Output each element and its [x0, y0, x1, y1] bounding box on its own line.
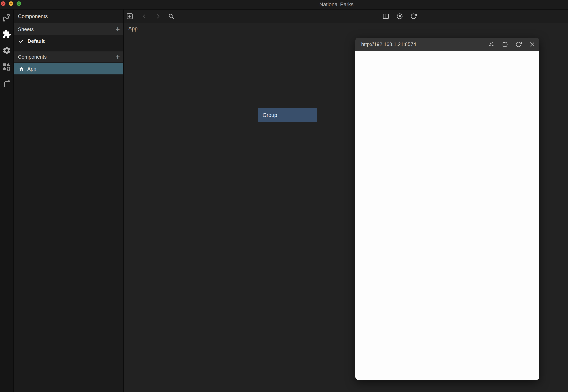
back-button[interactable] [142, 14, 147, 20]
refresh-icon [410, 13, 417, 19]
stop-circle-icon [397, 13, 403, 19]
preview-close-button[interactable] [529, 41, 536, 48]
search-button[interactable] [168, 13, 174, 20]
sheet-item-default[interactable]: Default [14, 35, 123, 47]
group-component-label: Group [263, 112, 277, 118]
component-item-app[interactable]: App [14, 63, 123, 74]
components-sidebar: Components Sheets + Default Components +… [14, 10, 124, 392]
minimize-icon [10, 2, 12, 5]
maximize-icon [17, 2, 20, 5]
window-controls [1, 1, 21, 6]
route-icon [2, 14, 11, 22]
open-devtools-button[interactable] [501, 41, 508, 48]
canvas-toolbar [124, 10, 568, 23]
add-component-button[interactable]: + [112, 51, 123, 62]
refresh-icon [515, 41, 522, 48]
sidebar-panel-title: Components [14, 10, 123, 23]
close-icon [529, 42, 535, 47]
git-branch-icon [2, 79, 11, 87]
puzzle-components-icon [2, 30, 11, 39]
add-element-button[interactable] [127, 13, 133, 20]
home-icon [19, 66, 24, 72]
split-view-button[interactable] [383, 13, 389, 20]
rail-item-versions[interactable] [0, 75, 13, 91]
window-title: National Parks [319, 0, 354, 9]
group-component[interactable]: Group [258, 108, 317, 122]
sheets-section-label: Sheets [14, 26, 112, 32]
design-canvas: App Group http://192.168.1.21:8574 [124, 10, 568, 392]
rail-item-flows[interactable] [0, 10, 13, 26]
close-icon [2, 2, 4, 5]
chevron-left-icon [142, 14, 147, 19]
activity-rail [0, 10, 14, 392]
maximize-window-button[interactable] [16, 1, 21, 6]
preview-window: http://192.168.1.21:8574 [355, 38, 539, 380]
preview-header: http://192.168.1.21:8574 [355, 38, 539, 51]
inspect-page-icon [502, 41, 508, 48]
forward-button[interactable] [156, 14, 161, 20]
rail-item-components[interactable] [0, 26, 13, 42]
chevron-right-icon [156, 14, 161, 19]
preview-reload-button[interactable] [515, 41, 522, 48]
rail-item-widgets[interactable] [0, 59, 13, 75]
sheet-item-label: Default [28, 38, 45, 44]
preview-content [355, 51, 539, 380]
bug-icon [488, 41, 494, 48]
widgets-shapes-icon [2, 63, 11, 71]
titlebar: National Parks [0, 0, 568, 10]
add-sheet-button[interactable]: + [112, 23, 123, 35]
search-icon [168, 13, 174, 19]
stop-button[interactable] [397, 13, 403, 20]
columns-icon [383, 13, 389, 19]
close-window-button[interactable] [1, 1, 5, 6]
preview-url-bar[interactable]: http://192.168.1.21:8574 [361, 41, 488, 47]
add-square-icon [127, 13, 133, 19]
settings-gear-icon [2, 46, 11, 55]
components-section-label: Components [14, 54, 112, 60]
canvas-breadcrumb: App [128, 26, 138, 32]
reload-button[interactable] [410, 13, 417, 20]
rail-item-settings[interactable] [0, 42, 13, 59]
minimize-window-button[interactable] [9, 1, 13, 6]
sheets-section-header: Sheets + [14, 23, 123, 35]
check-icon [18, 38, 24, 44]
app-window: National Parks [0, 0, 568, 392]
debug-button[interactable] [488, 41, 495, 48]
components-section-header: Components + [14, 51, 123, 62]
component-item-label: App [27, 66, 36, 72]
